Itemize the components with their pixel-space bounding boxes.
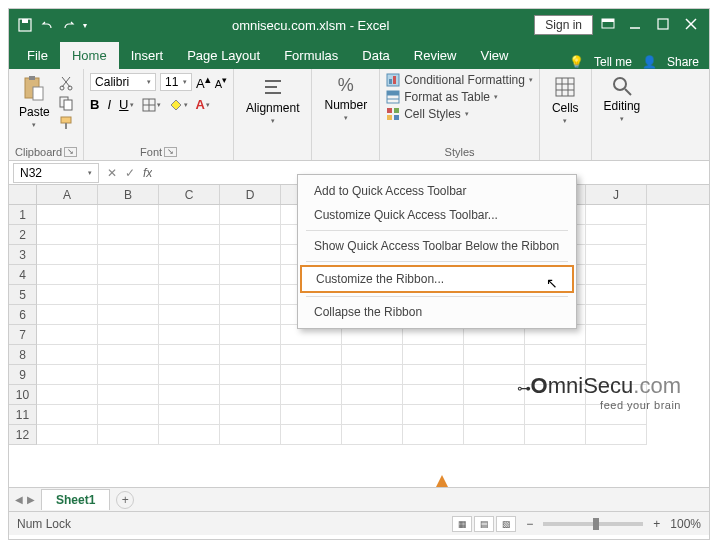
undo-icon[interactable] <box>39 17 55 33</box>
cell[interactable] <box>37 305 98 325</box>
cell[interactable] <box>281 345 342 365</box>
paste-button[interactable]: Paste ▾ <box>15 73 54 131</box>
cell[interactable] <box>525 345 586 365</box>
cell[interactable] <box>525 425 586 445</box>
tab-page-layout[interactable]: Page Layout <box>175 42 272 69</box>
tab-home[interactable]: Home <box>60 42 119 69</box>
lightbulb-icon[interactable]: 💡 <box>569 55 584 69</box>
cell[interactable] <box>37 285 98 305</box>
cell[interactable] <box>586 285 647 305</box>
cell[interactable] <box>37 405 98 425</box>
cell[interactable] <box>37 385 98 405</box>
cell[interactable] <box>98 205 159 225</box>
cell[interactable] <box>159 365 220 385</box>
maximize-icon[interactable] <box>657 18 671 32</box>
font-name-select[interactable]: Calibri▾ <box>90 73 156 91</box>
cell[interactable] <box>220 425 281 445</box>
cell[interactable] <box>98 365 159 385</box>
cell[interactable] <box>159 325 220 345</box>
cell[interactable] <box>403 385 464 405</box>
name-box[interactable]: N32▾ <box>13 163 99 183</box>
row-header[interactable]: 2 <box>9 225 37 245</box>
cell[interactable] <box>37 265 98 285</box>
cell[interactable] <box>586 425 647 445</box>
cell[interactable] <box>159 225 220 245</box>
dialog-launcher-icon[interactable]: ↘ <box>164 147 177 157</box>
row-header[interactable]: 1 <box>9 205 37 225</box>
column-header[interactable]: J <box>586 185 647 204</box>
cell[interactable] <box>159 305 220 325</box>
font-color-button[interactable]: A▾ <box>196 97 210 112</box>
cell[interactable] <box>98 325 159 345</box>
zoom-slider[interactable] <box>543 522 643 526</box>
zoom-in-button[interactable]: + <box>653 517 660 531</box>
menu-add-to-qat[interactable]: Add to Quick Access Toolbar <box>300 179 574 203</box>
border-button[interactable]: ▾ <box>142 98 161 112</box>
column-header[interactable]: D <box>220 185 281 204</box>
enter-formula-icon[interactable]: ✓ <box>125 166 135 180</box>
row-header[interactable]: 4 <box>9 265 37 285</box>
signin-button[interactable]: Sign in <box>534 15 593 35</box>
cell[interactable] <box>586 305 647 325</box>
sheet-nav-prev-icon[interactable]: ◀ <box>15 494 23 505</box>
cell[interactable] <box>98 425 159 445</box>
cell[interactable] <box>159 205 220 225</box>
tab-formulas[interactable]: Formulas <box>272 42 350 69</box>
share-icon[interactable]: 👤 <box>642 55 657 69</box>
cell[interactable] <box>37 345 98 365</box>
cell[interactable] <box>98 405 159 425</box>
menu-collapse-ribbon[interactable]: Collapse the Ribbon <box>300 300 574 324</box>
number-button[interactable]: % Number ▾ <box>318 73 373 124</box>
underline-button[interactable]: U▾ <box>119 97 133 112</box>
row-header[interactable]: 5 <box>9 285 37 305</box>
tab-data[interactable]: Data <box>350 42 401 69</box>
cell[interactable] <box>281 405 342 425</box>
cell[interactable] <box>586 225 647 245</box>
view-normal-icon[interactable]: ▦ <box>452 516 472 532</box>
menu-customize-qat[interactable]: Customize Quick Access Toolbar... <box>300 203 574 227</box>
redo-icon[interactable] <box>61 17 77 33</box>
cell[interactable] <box>37 225 98 245</box>
cell[interactable] <box>464 345 525 365</box>
cell[interactable] <box>586 265 647 285</box>
cell[interactable] <box>220 305 281 325</box>
cell[interactable] <box>37 325 98 345</box>
cell[interactable] <box>586 345 647 365</box>
font-size-select[interactable]: 11▾ <box>160 73 192 91</box>
increase-font-icon[interactable]: A▴ <box>196 73 211 91</box>
fx-icon[interactable]: fx <box>143 166 152 180</box>
fill-color-button[interactable]: ▾ <box>169 98 188 112</box>
alignment-button[interactable]: Alignment ▾ <box>240 73 305 127</box>
format-as-table-button[interactable]: Format as Table▾ <box>386 90 533 104</box>
cell[interactable] <box>220 365 281 385</box>
cancel-formula-icon[interactable]: ✕ <box>107 166 117 180</box>
row-header[interactable]: 3 <box>9 245 37 265</box>
share-label[interactable]: Share <box>667 55 699 69</box>
row-header[interactable]: 9 <box>9 365 37 385</box>
zoom-out-button[interactable]: − <box>526 517 533 531</box>
column-header[interactable]: C <box>159 185 220 204</box>
copy-icon[interactable] <box>58 95 74 111</box>
cell[interactable] <box>281 425 342 445</box>
column-header[interactable]: A <box>37 185 98 204</box>
cell[interactable] <box>342 365 403 385</box>
cells-button[interactable]: Cells ▾ <box>546 73 585 127</box>
editing-button[interactable]: Editing ▾ <box>598 73 647 125</box>
add-sheet-button[interactable]: + <box>116 491 134 509</box>
decrease-font-icon[interactable]: A▾ <box>215 74 227 90</box>
minimize-icon[interactable] <box>629 18 643 32</box>
row-header[interactable]: 8 <box>9 345 37 365</box>
menu-show-qat-below[interactable]: Show Quick Access Toolbar Below the Ribb… <box>300 234 574 258</box>
cell[interactable] <box>220 225 281 245</box>
cell[interactable] <box>159 245 220 265</box>
cell[interactable] <box>220 325 281 345</box>
tell-me-label[interactable]: Tell me <box>594 55 632 69</box>
row-header[interactable]: 11 <box>9 405 37 425</box>
tab-file[interactable]: File <box>15 42 60 69</box>
cell[interactable] <box>220 405 281 425</box>
cell[interactable] <box>37 245 98 265</box>
cell[interactable] <box>342 405 403 425</box>
tab-review[interactable]: Review <box>402 42 469 69</box>
close-icon[interactable] <box>685 18 699 32</box>
cut-icon[interactable] <box>58 75 74 91</box>
